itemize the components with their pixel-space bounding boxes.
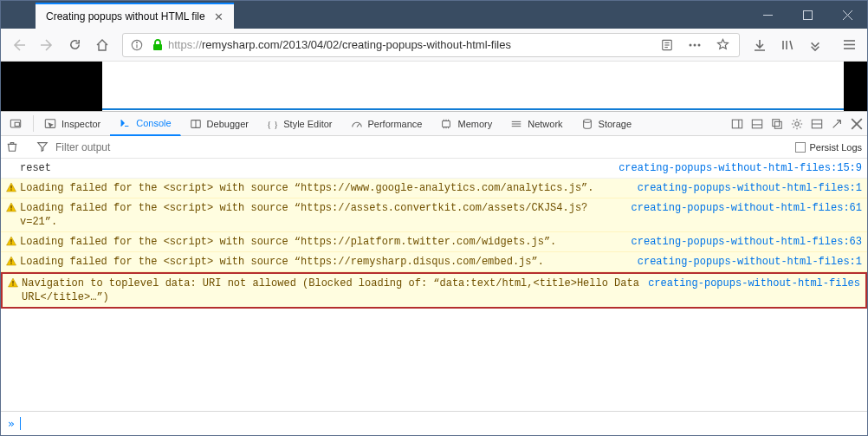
page-content [1, 62, 867, 111]
urlbar-actions [654, 33, 735, 57]
svg-rect-22 [15, 122, 19, 126]
dock-side-icon[interactable] [728, 112, 748, 135]
console-row: Navigation to toplevel data: URI not all… [1, 272, 867, 309]
console-row: resetcreating-popups-without-html-files:… [1, 159, 867, 179]
window-titlebar: Creating popups without HTML file ✕ [1, 1, 867, 29]
log-message: Loading failed for the <script> with sou… [20, 235, 623, 249]
responsive-design-icon[interactable] [827, 112, 847, 135]
log-message: Loading failed for the <script> with sou… [20, 181, 629, 195]
log-source-link[interactable]: creating-popups-without-html-files [639, 277, 860, 304]
page-header-black-left [1, 62, 102, 111]
app-menu-button[interactable] [836, 33, 862, 57]
url-bar[interactable]: https://remysharp.com/2013/04/02/creatin… [122, 33, 740, 57]
tab-console[interactable]: Console [110, 112, 180, 136]
page-header-black-right [844, 62, 867, 111]
url-text: https://remysharp.com/2013/04/02/creatin… [168, 38, 654, 51]
console-row: Loading failed for the <script> with sou… [1, 252, 867, 272]
reload-button[interactable] [62, 33, 87, 57]
bookmark-star-icon[interactable] [709, 33, 735, 57]
home-button[interactable] [89, 33, 115, 57]
log-message: reset [20, 161, 610, 175]
log-source-link[interactable]: creating-popups-without-html-files:1 [629, 255, 862, 269]
log-source-link[interactable]: creating-popups-without-html-files:61 [623, 201, 862, 229]
library-button[interactable] [774, 33, 800, 57]
braces-icon: { } [267, 119, 278, 129]
warning-icon [6, 182, 16, 197]
window-controls [748, 1, 867, 29]
close-devtools-icon[interactable] [847, 112, 867, 135]
warning-icon [6, 202, 16, 217]
svg-rect-42 [773, 119, 780, 126]
page-actions-icon[interactable] [682, 33, 708, 57]
svg-rect-1 [803, 10, 812, 19]
tab-style-editor[interactable]: { }Style Editor [258, 112, 342, 135]
svg-rect-50 [10, 189, 11, 190]
dock-bottom-icon[interactable] [748, 112, 768, 135]
prompt-chevron-icon: » [8, 417, 15, 430]
log-source-link[interactable]: creating-popups-without-html-files:15:9 [610, 161, 862, 175]
dock-window-icon[interactable] [768, 112, 787, 135]
svg-line-26 [357, 124, 360, 127]
svg-rect-55 [10, 259, 11, 263]
filter-input[interactable] [55, 141, 788, 153]
svg-rect-38 [732, 120, 742, 128]
forward-button[interactable] [34, 33, 60, 57]
downloads-button[interactable] [747, 33, 773, 57]
overflow-button[interactable] [802, 33, 828, 57]
tab-strip-spacer [1, 1, 36, 29]
persist-logs-toggle[interactable]: Persist Logs [795, 142, 862, 153]
tab-debugger[interactable]: Debugger [181, 112, 258, 135]
log-message: Navigation to toplevel data: URI not all… [22, 277, 639, 304]
log-source-link[interactable]: creating-popups-without-html-files:63 [623, 235, 862, 249]
svg-point-12 [690, 43, 692, 46]
checkbox-icon [795, 142, 806, 153]
svg-rect-49 [10, 185, 11, 189]
svg-rect-52 [10, 209, 11, 210]
close-window-button[interactable] [827, 1, 867, 29]
log-message: Loading failed for the <script> with sou… [20, 255, 629, 269]
caret [20, 417, 21, 430]
log-message: Loading failed for the <script> with sou… [20, 201, 623, 229]
lock-icon[interactable] [147, 39, 168, 51]
reader-mode-icon[interactable] [654, 33, 680, 57]
tab-storage[interactable]: Storage [573, 112, 642, 135]
svg-rect-7 [153, 44, 162, 50]
filter-icon[interactable] [36, 140, 49, 154]
devtools-tabstrip: Inspector Console Debugger { }Style Edit… [1, 112, 867, 136]
svg-rect-40 [752, 120, 761, 128]
svg-rect-51 [10, 205, 11, 209]
tab-network[interactable]: Network [502, 112, 572, 135]
devtools-panel: Inspector Console Debugger { }Style Edit… [1, 111, 867, 435]
warning-icon [8, 277, 18, 292]
svg-rect-53 [10, 239, 11, 243]
svg-point-13 [694, 43, 696, 46]
tab-performance[interactable]: Performance [342, 112, 432, 135]
minimize-button[interactable] [748, 1, 787, 29]
clear-console-icon[interactable] [6, 140, 18, 154]
settings-icon[interactable] [787, 112, 807, 135]
svg-rect-58 [12, 284, 13, 285]
svg-rect-56 [10, 263, 11, 264]
console-input[interactable]: » [1, 411, 867, 435]
console-row: Loading failed for the <script> with sou… [1, 232, 867, 252]
maximize-button[interactable] [787, 1, 827, 29]
warning-icon [6, 256, 16, 270]
svg-rect-57 [12, 281, 13, 284]
browser-tab[interactable]: Creating popups without HTML file ✕ [36, 3, 234, 29]
page-header-mid [102, 62, 844, 110]
devtools-iframe-picker[interactable] [1, 112, 31, 135]
tab-inspector[interactable]: Inspector [36, 112, 110, 135]
split-console-icon[interactable] [807, 112, 827, 135]
svg-point-14 [698, 43, 701, 46]
console-output[interactable]: resetcreating-popups-without-html-files:… [1, 159, 867, 411]
svg-rect-43 [774, 121, 781, 128]
close-tab-icon[interactable]: ✕ [211, 10, 227, 23]
console-filterbar: Persist Logs [1, 136, 867, 159]
identity-info-icon[interactable] [126, 39, 147, 51]
svg-point-6 [137, 42, 138, 42]
log-source-link[interactable]: creating-popups-without-html-files:1 [629, 181, 862, 195]
warning-icon [6, 236, 16, 251]
back-button[interactable] [6, 33, 32, 57]
separator [33, 115, 34, 132]
tab-memory[interactable]: Memory [431, 112, 502, 135]
